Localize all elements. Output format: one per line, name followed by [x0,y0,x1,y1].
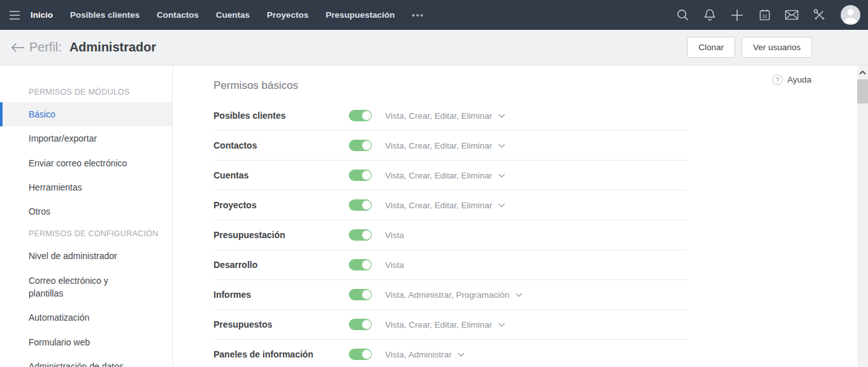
help-link[interactable]: ? Ayuda [772,74,811,85]
permission-text: Vista, Crear, Editar, Eliminar [385,171,492,180]
topbar-icons: 31 [673,5,860,25]
chevron-down-icon [498,323,505,327]
tools-icon[interactable] [810,6,829,25]
permission-value: Vista [385,230,404,240]
permission-row-cuentas: Cuentas Vista, Crear, Editar, Eliminar [214,161,688,190]
permission-text: Vista, Administrar, Programación [385,290,510,300]
permission-label: Desarrollo [214,260,349,270]
permission-dropdown[interactable]: Vista, Crear, Editar, Eliminar [385,141,505,150]
sidebar-item-enviar-correo[interactable]: Enviar correo electrónico [0,151,172,175]
sidebar-item-automatizacion[interactable]: Automatización [0,305,172,330]
permission-row-presupuestacion: Presupuestación Vista [214,220,688,250]
sidebar: PERMISOS DE MÓDULOS Básico Importar/expo… [0,65,173,367]
permission-toggle[interactable] [349,170,372,181]
permission-label: Presupuestación [214,230,349,240]
permission-dropdown[interactable]: Vista, Crear, Editar, Eliminar [385,171,505,180]
nav-item-inicio[interactable]: Inicio [31,10,53,20]
page-header: Perfil: Administrador Clonar Ver usuario… [0,30,868,65]
permission-text: Vista, Crear, Editar, Eliminar [385,111,492,121]
chevron-down-icon [498,203,505,208]
permission-toggle[interactable] [349,349,372,360]
permission-text: Vista [385,230,404,240]
back-icon[interactable] [9,39,27,57]
permission-text: Vista, Crear, Editar, Eliminar [385,141,492,150]
sidebar-item-administracion-datos[interactable]: Administración de datos [0,354,172,367]
main-panel: ? Ayuda Permisos básicos Posibles client… [173,65,857,367]
search-icon[interactable] [673,6,692,25]
permission-dropdown[interactable]: Vista, Administrar [385,350,465,359]
permission-row-posibles-clientes: Posibles clientes Vista, Crear, Editar, … [214,101,688,131]
scroll-up-icon[interactable] [857,67,868,77]
mail-icon[interactable] [782,6,801,25]
sidebar-section-title-modulos: PERMISOS DE MÓDULOS [0,82,172,102]
sidebar-item-importar-exportar[interactable]: Importar/exportar [0,126,172,150]
permission-text: Vista, Crear, Editar, Eliminar [385,320,492,330]
scrollbar-thumb[interactable] [857,79,868,103]
permission-label: Presupuestos [214,319,349,330]
sidebar-section-title-configuracion: PERMISOS DE CONFIGURACIÓN [0,224,172,244]
view-users-button[interactable]: Ver usuarios [742,37,812,58]
permission-toggle[interactable] [349,140,372,151]
permission-label: Paneles de información [214,349,349,359]
plus-icon[interactable] [728,6,747,25]
clone-button[interactable]: Clonar [687,37,735,58]
chevron-down-icon [498,143,505,148]
scrollbar[interactable] [857,65,868,367]
permission-row-paneles-informacion: Paneles de información Vista, Administra… [214,340,688,367]
permission-row-informes: Informes Vista, Administrar, Programació… [214,280,688,310]
page-label: Perfil: [29,40,62,55]
nav-item-posibles-clientes[interactable]: Posibles clientes [70,10,140,20]
permission-toggle[interactable] [349,289,372,300]
sidebar-item-formulario-web[interactable]: Formulario web [0,330,172,354]
help-label: Ayuda [787,75,811,84]
permission-text: Vista, Crear, Editar, Eliminar [385,201,492,210]
chevron-down-icon [515,293,522,297]
permission-toggle[interactable] [349,319,372,330]
svg-text:31: 31 [762,14,767,19]
permission-dropdown[interactable]: Vista, Crear, Editar, Eliminar [385,201,505,210]
permission-dropdown[interactable]: Vista, Administrar, Programación [385,290,522,300]
permission-dropdown[interactable]: Vista, Crear, Editar, Eliminar [385,320,505,330]
permission-value: Vista [385,260,404,270]
permission-toggle[interactable] [349,199,372,211]
permission-label: Proyectos [214,200,349,210]
permission-label: Informes [214,290,349,300]
permission-row-contactos: Contactos Vista, Crear, Editar, Eliminar [214,131,688,161]
sidebar-item-basico[interactable]: Básico [0,102,172,126]
chevron-down-icon [458,352,465,357]
permission-toggle[interactable] [349,259,372,270]
nav-item-cuentas[interactable]: Cuentas [216,10,250,20]
section-heading: Permisos básicos [214,79,857,92]
permission-text: Vista [385,260,404,270]
nav-item-presupuestacion[interactable]: Presupuestación [325,10,395,20]
content: PERMISOS DE MÓDULOS Básico Importar/expo… [0,65,868,367]
avatar[interactable] [841,5,860,25]
more-icon[interactable]: ••• [412,10,424,20]
sidebar-item-correo-plantillas[interactable]: Correo electrónico y plantillas [0,269,172,306]
calendar-icon[interactable]: 31 [755,6,774,25]
sidebar-item-otros[interactable]: Otros [0,199,172,224]
help-icon: ? [772,74,783,85]
permission-label: Contactos [214,140,349,150]
nav-item-proyectos[interactable]: Proyectos [267,10,308,20]
sidebar-item-nivel-administrador[interactable]: Nivel de administrador [0,244,172,268]
permission-row-presupuestos: Presupuestos Vista, Crear, Editar, Elimi… [214,310,688,340]
permission-label: Cuentas [214,170,349,180]
nav-item-contactos[interactable]: Contactos [157,10,199,20]
sidebar-item-herramientas[interactable]: Herramientas [0,175,172,199]
chevron-down-icon [498,114,505,118]
permission-row-desarrollo: Desarrollo Vista [214,250,688,280]
page-title: Administrador [69,40,156,55]
hamburger-menu-icon[interactable] [5,6,24,25]
topbar: Inicio Posibles clientes Contactos Cuent… [0,0,868,30]
chevron-down-icon [498,173,505,178]
permission-label: Posibles clientes [214,110,349,121]
permission-text: Vista, Administrar [385,350,452,359]
permission-toggle[interactable] [349,229,372,241]
permission-row-proyectos: Proyectos Vista, Crear, Editar, Eliminar [214,190,688,220]
permission-toggle[interactable] [349,110,372,121]
permission-dropdown[interactable]: Vista, Crear, Editar, Eliminar [385,111,505,121]
main-nav: Inicio Posibles clientes Contactos Cuent… [31,10,395,20]
bell-icon[interactable] [700,6,719,25]
